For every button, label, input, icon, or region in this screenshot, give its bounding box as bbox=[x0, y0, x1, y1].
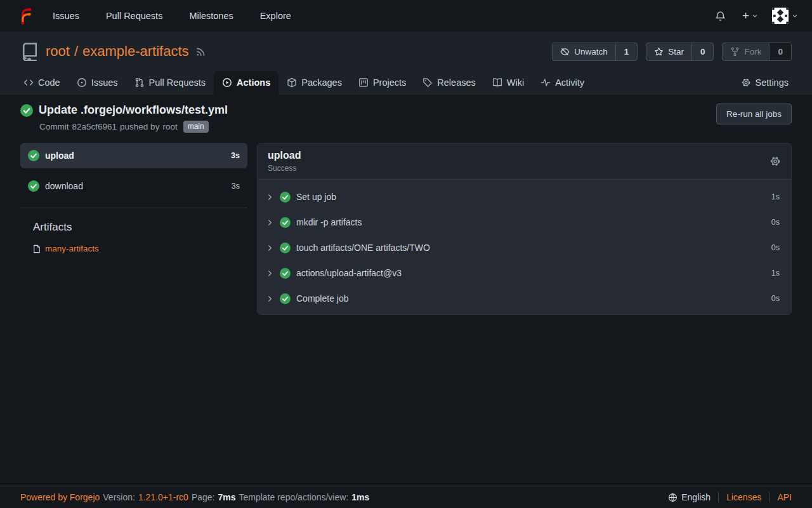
tab-packages-label: Packages bbox=[301, 77, 342, 88]
tab-packages[interactable]: Packages bbox=[278, 71, 350, 95]
breadcrumb-separator: / bbox=[74, 43, 78, 60]
nav-item-milestones[interactable]: Milestones bbox=[176, 0, 246, 32]
tab-releases[interactable]: Releases bbox=[414, 71, 483, 95]
tab-pull-requests[interactable]: Pull Requests bbox=[126, 71, 214, 95]
chevron-right-icon[interactable] bbox=[266, 193, 274, 201]
step-success-icon bbox=[280, 192, 291, 203]
fork-count[interactable]: 0 bbox=[769, 43, 791, 60]
chevron-right-icon[interactable] bbox=[266, 269, 274, 277]
branch-badge[interactable]: main bbox=[183, 121, 209, 133]
step-name: Complete job bbox=[296, 293, 349, 304]
run-success-icon bbox=[20, 104, 33, 117]
pulse-icon bbox=[540, 77, 551, 88]
api-link[interactable]: API bbox=[777, 492, 792, 502]
step-row-touch[interactable]: touch artifacts/ONE artifacts/TWO 0s bbox=[258, 235, 791, 260]
bell-icon bbox=[715, 11, 726, 22]
tab-issues[interactable]: Issues bbox=[69, 71, 126, 95]
pushed-by-label: pushed by bbox=[120, 122, 159, 131]
rerun-all-jobs-button[interactable]: Re-run all jobs bbox=[716, 104, 792, 124]
tab-issues-label: Issues bbox=[91, 77, 118, 88]
artifacts-heading: Artifacts bbox=[33, 221, 247, 234]
nav-item-pull-requests[interactable]: Pull Requests bbox=[93, 0, 176, 32]
commit-author-link[interactable]: root bbox=[162, 122, 177, 131]
tab-projects[interactable]: Projects bbox=[350, 71, 414, 95]
star-count[interactable]: 0 bbox=[691, 43, 714, 60]
project-icon bbox=[358, 77, 369, 88]
fork-icon bbox=[730, 47, 740, 57]
step-name: actions/upload-artifact@v3 bbox=[296, 268, 402, 278]
template-label: Template repo/actions/view: bbox=[239, 492, 349, 502]
job-detail-panel: upload Success Set up job 1s bbox=[257, 143, 792, 315]
tab-releases-label: Releases bbox=[437, 77, 475, 88]
repo-actions: Unwatch 1 Star 0 bbox=[552, 43, 792, 61]
step-row-mkdir[interactable]: mkdir -p artifacts 0s bbox=[258, 210, 791, 235]
commit-label: Commit bbox=[39, 122, 69, 131]
footer-divider bbox=[718, 492, 719, 502]
tab-wiki[interactable]: Wiki bbox=[484, 71, 532, 95]
tab-activity-label: Activity bbox=[555, 77, 584, 88]
page-label: Page: bbox=[192, 492, 215, 502]
repo-icon bbox=[20, 42, 39, 61]
user-menu-button[interactable] bbox=[768, 5, 802, 27]
step-row-upload-artifact[interactable]: actions/upload-artifact@v3 1s bbox=[258, 260, 791, 286]
page-time: 7ms bbox=[218, 492, 235, 502]
chevron-down-icon bbox=[792, 13, 798, 19]
repo-owner-link[interactable]: root bbox=[46, 43, 70, 60]
step-duration: 0s bbox=[771, 218, 780, 227]
tab-code[interactable]: Code bbox=[15, 71, 69, 95]
chevron-down-icon bbox=[752, 13, 758, 19]
star-button[interactable]: Star 0 bbox=[646, 43, 714, 61]
step-row-complete[interactable]: Complete job 0s bbox=[258, 286, 791, 311]
language-label: English bbox=[681, 492, 710, 502]
main-content: Update .forgejo/workflows/test.yml Commi… bbox=[0, 95, 812, 486]
language-selector[interactable]: English bbox=[668, 492, 710, 502]
run-subtitle: Commit 82a5cf6961 pushed by root main bbox=[39, 121, 228, 133]
issue-opened-icon bbox=[77, 77, 87, 88]
unwatch-button[interactable]: Unwatch 1 bbox=[552, 43, 638, 61]
forgejo-logo-icon bbox=[14, 6, 33, 25]
chevron-right-icon[interactable] bbox=[266, 295, 274, 303]
commit-sha-link[interactable]: 82a5cf6961 bbox=[72, 122, 117, 131]
watch-count[interactable]: 1 bbox=[615, 43, 638, 60]
run-title: Update .forgejo/workflows/test.yml bbox=[39, 104, 228, 117]
tab-actions[interactable]: Actions bbox=[214, 71, 278, 95]
book-icon bbox=[492, 77, 502, 88]
notifications-button[interactable] bbox=[709, 6, 732, 27]
job-item-download[interactable]: download 3s bbox=[20, 173, 247, 199]
nav-item-explore[interactable]: Explore bbox=[247, 0, 304, 32]
version-label: Version: bbox=[103, 492, 135, 502]
step-row-setup[interactable]: Set up job 1s bbox=[258, 184, 791, 210]
template-time: 1ms bbox=[351, 492, 369, 502]
step-name: touch artifacts/ONE artifacts/TWO bbox=[296, 243, 430, 253]
gear-icon[interactable] bbox=[769, 156, 781, 167]
step-list: Set up job 1s mkdir -p artifacts 0s bbox=[258, 180, 791, 314]
chevron-right-icon[interactable] bbox=[266, 218, 274, 227]
step-success-icon bbox=[280, 293, 291, 304]
job-item-upload[interactable]: upload 3s bbox=[20, 143, 247, 168]
rss-icon[interactable] bbox=[195, 46, 206, 57]
nav-item-issues[interactable]: Issues bbox=[39, 0, 93, 32]
git-pull-request-icon bbox=[134, 77, 145, 88]
chevron-right-icon[interactable] bbox=[266, 244, 274, 252]
footer: Powered by Forgejo Version: 1.21.0+1-rc0… bbox=[0, 486, 812, 508]
footer-divider bbox=[769, 492, 769, 502]
create-new-button[interactable]: + bbox=[736, 6, 764, 25]
artifact-name: many-artifacts bbox=[45, 244, 99, 253]
repo-name-link[interactable]: example-artifacts bbox=[82, 43, 189, 60]
step-success-icon bbox=[280, 217, 291, 228]
job-name: download bbox=[45, 181, 83, 191]
artifact-link-many-artifacts[interactable]: many-artifacts bbox=[32, 244, 247, 253]
job-sidebar: upload 3s download 3s Artifacts many-art… bbox=[20, 143, 247, 253]
job-detail-header: upload Success bbox=[258, 144, 791, 180]
tab-settings[interactable]: Settings bbox=[733, 71, 797, 95]
tab-code-label: Code bbox=[38, 77, 60, 88]
fork-button[interactable]: Fork 0 bbox=[722, 43, 792, 61]
tab-settings-label: Settings bbox=[756, 77, 789, 88]
forgejo-logo[interactable] bbox=[10, 6, 39, 25]
tab-activity[interactable]: Activity bbox=[532, 71, 593, 95]
version-link[interactable]: 1.21.0+1-rc0 bbox=[138, 492, 188, 502]
powered-by-link[interactable]: Powered by Forgejo bbox=[20, 492, 100, 502]
licenses-link[interactable]: Licenses bbox=[726, 492, 761, 502]
tab-actions-label: Actions bbox=[237, 77, 270, 88]
play-circle-icon bbox=[222, 77, 232, 88]
